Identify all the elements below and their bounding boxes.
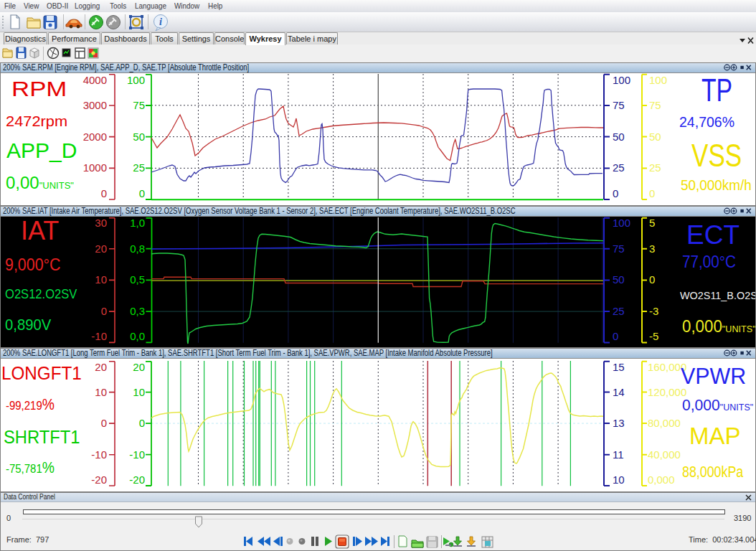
svg-text:50: 50 [613, 131, 625, 143]
svg-text:15: 15 [613, 361, 625, 373]
svg-text:50: 50 [613, 273, 625, 286]
svg-text:25: 25 [133, 161, 145, 174]
svg-text:0,0: 0,0 [130, 330, 145, 342]
svg-text:0: 0 [101, 187, 107, 199]
svg-text:-3: -3 [649, 305, 658, 317]
svg-text:-10: -10 [91, 330, 107, 342]
svg-text:20: 20 [133, 361, 145, 373]
svg-text:0,5: 0,5 [130, 273, 145, 286]
svg-text:10: 10 [613, 474, 625, 486]
svg-text:0: 0 [649, 273, 655, 286]
svg-text:50: 50 [133, 131, 145, 143]
svg-text:-10: -10 [91, 448, 107, 461]
svg-text:100: 100 [127, 74, 145, 86]
svg-text:20: 20 [95, 242, 107, 255]
svg-text:11: 11 [613, 448, 624, 461]
svg-text:1,0: 1,0 [130, 217, 145, 229]
svg-text:40,000: 40,000 [648, 448, 681, 461]
svg-text:0: 0 [649, 187, 655, 199]
svg-text:0,8: 0,8 [130, 242, 145, 255]
svg-text:1000: 1000 [83, 161, 107, 174]
svg-text:0: 0 [101, 417, 107, 429]
svg-text:0: 0 [101, 305, 107, 317]
svg-text:0: 0 [613, 187, 618, 199]
svg-text:30: 30 [95, 217, 107, 229]
svg-text:i: i [159, 17, 162, 27]
svg-text:5: 5 [649, 217, 655, 229]
svg-text:75: 75 [613, 242, 625, 255]
svg-text:25: 25 [649, 161, 661, 174]
svg-text:25: 25 [613, 305, 625, 317]
svg-text:100: 100 [613, 217, 630, 229]
svg-text:20: 20 [95, 361, 107, 373]
svg-text:100: 100 [649, 74, 667, 86]
svg-text:2000: 2000 [83, 131, 107, 143]
svg-text:13: 13 [613, 417, 625, 429]
svg-text:75: 75 [613, 99, 625, 111]
svg-text:-10: -10 [129, 448, 145, 461]
svg-text:0,000: 0,000 [648, 474, 675, 486]
svg-text:100: 100 [613, 74, 630, 86]
svg-text:-20: -20 [129, 474, 145, 486]
svg-text:75: 75 [133, 99, 145, 111]
svg-text:25: 25 [613, 161, 625, 174]
svg-text:0: 0 [139, 417, 145, 429]
svg-text:0,3: 0,3 [130, 305, 145, 317]
svg-text:50: 50 [649, 131, 661, 143]
svg-text:-20: -20 [91, 474, 107, 486]
svg-text:3000: 3000 [83, 99, 107, 111]
svg-text:10: 10 [95, 273, 107, 286]
svg-text:10: 10 [95, 386, 107, 398]
svg-text:10: 10 [133, 386, 145, 398]
svg-text:3: 3 [649, 242, 655, 255]
svg-text:14: 14 [613, 386, 625, 398]
svg-text:75: 75 [649, 99, 661, 111]
svg-text:4000: 4000 [83, 74, 107, 86]
svg-text:0: 0 [613, 330, 618, 342]
svg-text:0: 0 [139, 187, 145, 199]
svg-text:80,000: 80,000 [648, 417, 681, 429]
svg-text:-5: -5 [649, 330, 658, 342]
